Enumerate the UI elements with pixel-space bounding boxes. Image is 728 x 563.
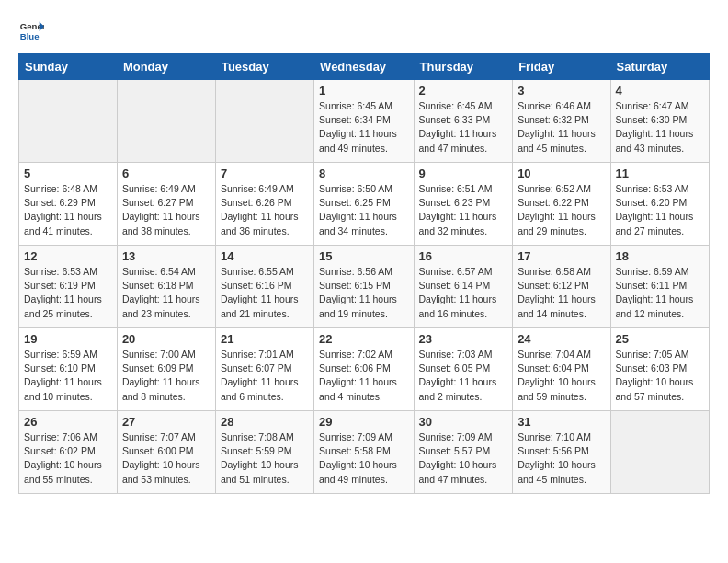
calendar-cell: 6Sunrise: 6:49 AM Sunset: 6:27 PM Daylig… xyxy=(117,163,215,246)
day-number: 17 xyxy=(518,249,605,263)
day-number: 4 xyxy=(616,84,704,98)
week-row-4: 19Sunrise: 6:59 AM Sunset: 6:10 PM Dayli… xyxy=(19,328,710,411)
day-info: Sunrise: 7:00 AM Sunset: 6:09 PM Dayligh… xyxy=(122,348,210,404)
day-number: 14 xyxy=(221,249,309,263)
day-number: 7 xyxy=(221,167,309,180)
day-info: Sunrise: 7:02 AM Sunset: 6:06 PM Dayligh… xyxy=(319,348,408,404)
day-number: 21 xyxy=(221,332,309,346)
day-info: Sunrise: 6:57 AM Sunset: 6:14 PM Dayligh… xyxy=(419,265,508,321)
day-info: Sunrise: 7:04 AM Sunset: 6:04 PM Dayligh… xyxy=(518,348,605,404)
calendar-cell: 23Sunrise: 7:03 AM Sunset: 6:05 PM Dayli… xyxy=(414,328,513,411)
week-row-3: 12Sunrise: 6:53 AM Sunset: 6:19 PM Dayli… xyxy=(19,246,710,328)
day-info: Sunrise: 6:45 AM Sunset: 6:34 PM Dayligh… xyxy=(319,99,408,155)
day-number: 28 xyxy=(221,415,309,429)
weekday-header-thursday: Thursday xyxy=(414,54,513,80)
day-info: Sunrise: 6:59 AM Sunset: 6:10 PM Dayligh… xyxy=(24,348,112,404)
day-info: Sunrise: 7:03 AM Sunset: 6:05 PM Dayligh… xyxy=(419,348,508,404)
calendar-cell: 22Sunrise: 7:02 AM Sunset: 6:06 PM Dayli… xyxy=(314,328,414,411)
day-number: 31 xyxy=(518,415,605,429)
weekday-header-friday: Friday xyxy=(513,54,610,80)
day-info: Sunrise: 6:48 AM Sunset: 6:29 PM Dayligh… xyxy=(24,182,112,238)
day-number: 6 xyxy=(122,167,210,180)
day-info: Sunrise: 6:50 AM Sunset: 6:25 PM Dayligh… xyxy=(319,182,408,238)
calendar-cell xyxy=(610,411,709,494)
day-number: 19 xyxy=(24,332,112,346)
day-info: Sunrise: 6:55 AM Sunset: 6:16 PM Dayligh… xyxy=(221,265,309,321)
calendar-cell: 15Sunrise: 6:56 AM Sunset: 6:15 PM Dayli… xyxy=(314,246,414,328)
day-number: 22 xyxy=(319,332,408,346)
day-info: Sunrise: 6:49 AM Sunset: 6:27 PM Dayligh… xyxy=(122,182,210,238)
day-number: 27 xyxy=(122,415,210,429)
day-info: Sunrise: 7:08 AM Sunset: 5:59 PM Dayligh… xyxy=(221,431,309,487)
calendar-cell: 7Sunrise: 6:49 AM Sunset: 6:26 PM Daylig… xyxy=(215,163,313,246)
calendar-cell: 16Sunrise: 6:57 AM Sunset: 6:14 PM Dayli… xyxy=(414,246,513,328)
day-info: Sunrise: 7:10 AM Sunset: 5:56 PM Dayligh… xyxy=(518,431,605,487)
calendar-cell: 4Sunrise: 6:47 AM Sunset: 6:30 PM Daylig… xyxy=(610,80,709,163)
calendar-cell: 9Sunrise: 6:51 AM Sunset: 6:23 PM Daylig… xyxy=(414,163,513,246)
weekday-header-wednesday: Wednesday xyxy=(314,54,414,80)
calendar-cell: 27Sunrise: 7:07 AM Sunset: 6:00 PM Dayli… xyxy=(117,411,215,494)
calendar-cell: 19Sunrise: 6:59 AM Sunset: 6:10 PM Dayli… xyxy=(19,328,118,411)
day-info: Sunrise: 7:06 AM Sunset: 6:02 PM Dayligh… xyxy=(24,431,112,487)
calendar-cell: 5Sunrise: 6:48 AM Sunset: 6:29 PM Daylig… xyxy=(19,163,118,246)
svg-text:Blue: Blue xyxy=(20,31,40,41)
day-number: 23 xyxy=(419,332,508,346)
day-info: Sunrise: 7:09 AM Sunset: 5:57 PM Dayligh… xyxy=(419,431,508,487)
calendar-cell: 13Sunrise: 6:54 AM Sunset: 6:18 PM Dayli… xyxy=(117,246,215,328)
logo-icon: General Blue xyxy=(18,18,44,44)
day-info: Sunrise: 7:01 AM Sunset: 6:07 PM Dayligh… xyxy=(221,348,309,404)
calendar-cell: 8Sunrise: 6:50 AM Sunset: 6:25 PM Daylig… xyxy=(314,163,414,246)
day-number: 13 xyxy=(122,249,210,263)
calendar-cell: 21Sunrise: 7:01 AM Sunset: 6:07 PM Dayli… xyxy=(215,328,313,411)
day-info: Sunrise: 6:49 AM Sunset: 6:26 PM Dayligh… xyxy=(221,182,309,238)
calendar-cell: 28Sunrise: 7:08 AM Sunset: 5:59 PM Dayli… xyxy=(215,411,313,494)
weekday-header-tuesday: Tuesday xyxy=(215,54,313,80)
page-header: General Blue xyxy=(18,18,710,44)
calendar-cell: 1Sunrise: 6:45 AM Sunset: 6:34 PM Daylig… xyxy=(314,80,414,163)
day-number: 15 xyxy=(319,249,408,263)
day-number: 25 xyxy=(616,332,704,346)
calendar-cell: 10Sunrise: 6:52 AM Sunset: 6:22 PM Dayli… xyxy=(513,163,610,246)
calendar-cell: 25Sunrise: 7:05 AM Sunset: 6:03 PM Dayli… xyxy=(610,328,709,411)
day-number: 11 xyxy=(616,167,704,180)
day-number: 12 xyxy=(24,249,112,263)
calendar-cell: 18Sunrise: 6:59 AM Sunset: 6:11 PM Dayli… xyxy=(610,246,709,328)
calendar-cell: 26Sunrise: 7:06 AM Sunset: 6:02 PM Dayli… xyxy=(19,411,118,494)
calendar-cell: 12Sunrise: 6:53 AM Sunset: 6:19 PM Dayli… xyxy=(19,246,118,328)
day-number: 30 xyxy=(419,415,508,429)
calendar-cell xyxy=(215,80,313,163)
day-info: Sunrise: 6:52 AM Sunset: 6:22 PM Dayligh… xyxy=(518,182,605,238)
day-info: Sunrise: 6:54 AM Sunset: 6:18 PM Dayligh… xyxy=(122,265,210,321)
day-number: 2 xyxy=(419,84,508,98)
weekday-header-row: SundayMondayTuesdayWednesdayThursdayFrid… xyxy=(19,54,710,80)
day-number: 1 xyxy=(319,84,408,98)
day-number: 9 xyxy=(419,167,508,180)
weekday-header-saturday: Saturday xyxy=(610,54,709,80)
day-info: Sunrise: 6:46 AM Sunset: 6:32 PM Dayligh… xyxy=(518,99,605,155)
calendar-cell xyxy=(19,80,118,163)
day-number: 3 xyxy=(518,84,605,98)
week-row-5: 26Sunrise: 7:06 AM Sunset: 6:02 PM Dayli… xyxy=(19,411,710,494)
calendar-cell: 31Sunrise: 7:10 AM Sunset: 5:56 PM Dayli… xyxy=(513,411,610,494)
calendar-cell: 20Sunrise: 7:00 AM Sunset: 6:09 PM Dayli… xyxy=(117,328,215,411)
calendar-cell: 14Sunrise: 6:55 AM Sunset: 6:16 PM Dayli… xyxy=(215,246,313,328)
day-info: Sunrise: 6:53 AM Sunset: 6:19 PM Dayligh… xyxy=(24,265,112,321)
calendar-cell: 30Sunrise: 7:09 AM Sunset: 5:57 PM Dayli… xyxy=(414,411,513,494)
week-row-2: 5Sunrise: 6:48 AM Sunset: 6:29 PM Daylig… xyxy=(19,163,710,246)
week-row-1: 1Sunrise: 6:45 AM Sunset: 6:34 PM Daylig… xyxy=(19,80,710,163)
day-number: 10 xyxy=(518,167,605,180)
day-info: Sunrise: 6:53 AM Sunset: 6:20 PM Dayligh… xyxy=(616,182,704,238)
day-number: 29 xyxy=(319,415,408,429)
calendar-cell: 29Sunrise: 7:09 AM Sunset: 5:58 PM Dayli… xyxy=(314,411,414,494)
day-info: Sunrise: 6:56 AM Sunset: 6:15 PM Dayligh… xyxy=(319,265,408,321)
day-info: Sunrise: 7:09 AM Sunset: 5:58 PM Dayligh… xyxy=(319,431,408,487)
calendar-cell: 24Sunrise: 7:04 AM Sunset: 6:04 PM Dayli… xyxy=(513,328,610,411)
day-number: 8 xyxy=(319,167,408,180)
day-number: 16 xyxy=(419,249,508,263)
day-info: Sunrise: 7:07 AM Sunset: 6:00 PM Dayligh… xyxy=(122,431,210,487)
day-number: 24 xyxy=(518,332,605,346)
day-info: Sunrise: 6:51 AM Sunset: 6:23 PM Dayligh… xyxy=(419,182,508,238)
calendar-cell: 3Sunrise: 6:46 AM Sunset: 6:32 PM Daylig… xyxy=(513,80,610,163)
calendar-table: SundayMondayTuesdayWednesdayThursdayFrid… xyxy=(18,53,710,494)
weekday-header-sunday: Sunday xyxy=(19,54,118,80)
